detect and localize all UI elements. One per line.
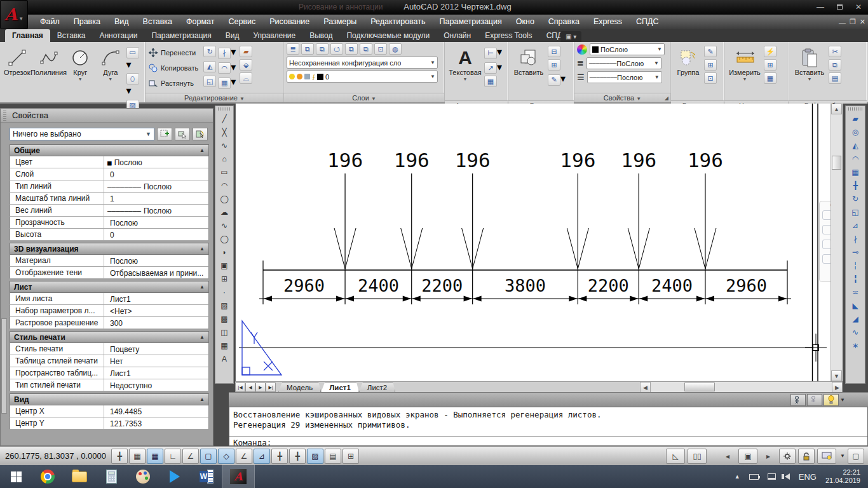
section-header[interactable]: Общие▲ — [10, 144, 209, 156]
property-value[interactable]: 0 — [104, 168, 208, 180]
quick-select-palette-button[interactable] — [193, 128, 208, 140]
property-row[interactable]: Вес линий ────────Послою — [10, 205, 209, 217]
multiline-text-icon[interactable]: A — [217, 352, 232, 365]
circle-icon[interactable]: ◯ — [217, 192, 232, 205]
status-tray-button[interactable] — [817, 449, 836, 464]
quick-properties-toggle[interactable]: ▤ — [325, 449, 341, 464]
scroll-down-icon[interactable]: ▼ — [831, 370, 842, 381]
clock[interactable]: 22:2121.04.2019 — [825, 468, 860, 485]
start-button[interactable] — [0, 465, 32, 488]
property-value[interactable]: Лист1 — [104, 367, 208, 379]
toolbar-grip[interactable] — [848, 107, 862, 111]
explode-icon[interactable]: ∗ — [848, 339, 863, 352]
layer-prev-button[interactable]: ⭯ — [330, 43, 343, 55]
blend-icon[interactable]: ∿ — [848, 325, 863, 339]
scale-icon[interactable]: ◱ — [848, 205, 863, 219]
group-select-button[interactable]: ⊡ — [704, 72, 717, 84]
insert-block-button[interactable]: Вставить — [511, 43, 546, 99]
restore-button[interactable] — [830, 1, 849, 13]
mirror-icon[interactable]: ◭ — [848, 139, 863, 152]
property-row[interactable]: Имя листа Лист1 — [10, 293, 209, 305]
mirror-button[interactable]: ◭ — [203, 61, 216, 72]
section-header[interactable]: Вид▲ — [10, 393, 209, 405]
layer-bulb-button[interactable]: ◍ — [389, 43, 402, 55]
measure-button[interactable]: Измерить▼ — [727, 43, 763, 99]
property-row[interactable]: Растровое разрешение 300 — [10, 317, 209, 329]
quick-view-layouts-button[interactable]: ▯▯ — [688, 449, 707, 464]
spline-icon[interactable]: ∿ — [217, 219, 232, 232]
construction-line-icon[interactable]: ╳ — [217, 125, 232, 139]
taskbar-media-player[interactable] — [159, 465, 191, 488]
group-button[interactable]: Группа — [674, 43, 703, 99]
tray-dropdown-icon[interactable]: ▼ — [839, 453, 846, 459]
layer-dropdown[interactable]: ⨍ 0▼ — [287, 71, 438, 83]
taskbar-paint[interactable] — [127, 465, 159, 488]
toolbar-lock-button[interactable] — [798, 449, 815, 464]
panel-label-properties[interactable]: Свойства ▼◢ — [574, 93, 670, 102]
quick-calc-button[interactable]: ⊞ — [764, 59, 776, 71]
property-row[interactable]: Тип линий ────────Послою — [10, 180, 209, 193]
arc-button[interactable]: Дуга▼ — [96, 43, 125, 99]
select-objects-button[interactable] — [175, 128, 190, 140]
collapse-icon[interactable]: ▲ — [200, 147, 205, 153]
rectangle-dropdown-icon[interactable]: ▾ — [126, 59, 132, 70]
polar-toggle[interactable]: ∠ — [182, 449, 199, 464]
palette-grip[interactable] — [3, 111, 6, 121]
group-edit-button[interactable]: ⊞ — [704, 59, 717, 71]
ribbon-tab[interactable]: Вставка — [50, 29, 93, 42]
collapse-icon[interactable]: ▲ — [200, 246, 205, 252]
ribbon-tab[interactable]: Вывод — [302, 29, 339, 42]
grid-display-toggle[interactable]: ▦ — [129, 449, 146, 464]
property-value[interactable]: Отбрасываемая и прини... — [104, 267, 208, 278]
linetype-dropdown[interactable]: ──────── ПоСлою▼ — [587, 57, 661, 69]
horizontal-scroll-thumb[interactable] — [684, 383, 715, 391]
line-button[interactable]: Отрезок — [3, 43, 32, 99]
tray-expand-icon[interactable]: ▲ — [735, 473, 740, 480]
menu-item[interactable]: Формат — [179, 15, 221, 29]
dynamic-ucs-toggle[interactable]: ⊿ — [254, 449, 270, 464]
join-icon[interactable]: ≍ — [848, 285, 863, 299]
cut-button[interactable]: ✂ — [829, 46, 841, 57]
annotation-visibility-button[interactable] — [790, 394, 806, 406]
drawing-canvas[interactable]: 2960240022003800220024002960196196196196… — [235, 104, 831, 381]
layout-tab[interactable]: Лист2 — [359, 382, 395, 392]
property-value[interactable]: Лист1 — [104, 293, 208, 304]
viewport-button[interactable]: ▣ — [738, 449, 757, 464]
palette-title[interactable]: Свойства — [1, 109, 213, 123]
menu-item[interactable]: Вид — [107, 15, 136, 29]
osnap-toggle[interactable]: ▢ — [200, 449, 217, 464]
taskbar-chrome[interactable] — [32, 465, 64, 488]
snap-toggle[interactable]: ╋ — [111, 449, 128, 464]
osnap3d-toggle[interactable]: ◇ — [218, 449, 234, 464]
application-menu-button[interactable]: A▼ — [0, 0, 28, 29]
property-value[interactable]: Нет — [104, 355, 208, 367]
menu-item[interactable]: Справка — [541, 15, 587, 29]
polyline-icon[interactable]: ∿ — [217, 139, 232, 152]
property-row[interactable]: Пространство таблиц... Лист1 — [10, 367, 209, 379]
palette-scrollbar[interactable] — [1, 318, 7, 414]
minimize-button[interactable]: — — [811, 1, 830, 13]
annotation-bulb-button[interactable] — [824, 394, 839, 406]
ungroup-button[interactable]: ✎ — [704, 46, 717, 57]
section-header[interactable]: 3D визуализация▲ — [10, 243, 209, 255]
lineweight-dropdown[interactable]: ──────── Послою▼ — [587, 71, 662, 83]
taskbar-explorer[interactable] — [64, 465, 95, 488]
break-point-icon[interactable]: ╎ — [848, 259, 863, 272]
property-row[interactable]: Материал Послою — [10, 255, 209, 267]
property-value[interactable]: ────────Послою — [104, 180, 208, 192]
vertical-scroll-thumb[interactable] — [832, 156, 841, 170]
first-tab-icon[interactable]: |◀ — [235, 383, 245, 392]
property-row[interactable]: Прозрачность Послою — [10, 217, 209, 229]
property-row[interactable]: Центр X 149.4485 — [10, 405, 209, 417]
scroll-right-icon[interactable]: ▶ — [832, 382, 843, 393]
trim-icon[interactable]: ∤ — [848, 232, 863, 245]
ribbon-tab[interactable]: Онлайн — [437, 29, 478, 42]
3d-rotate-button[interactable]: ⬙ — [240, 59, 252, 71]
toggle-pickadd-button[interactable] — [157, 128, 172, 140]
property-value[interactable]: ■Послою — [104, 156, 208, 168]
panel-label-modify[interactable]: Редактирование ▼ — [146, 93, 283, 102]
horizontal-scrollbar[interactable]: ◀ ▶ — [640, 381, 843, 392]
panel-label-layers[interactable]: Слои ▼ — [284, 93, 444, 102]
make-block-icon[interactable]: ⊞ — [217, 272, 232, 285]
ribbon-overflow-button[interactable]: ▣ ▾ — [560, 31, 581, 42]
